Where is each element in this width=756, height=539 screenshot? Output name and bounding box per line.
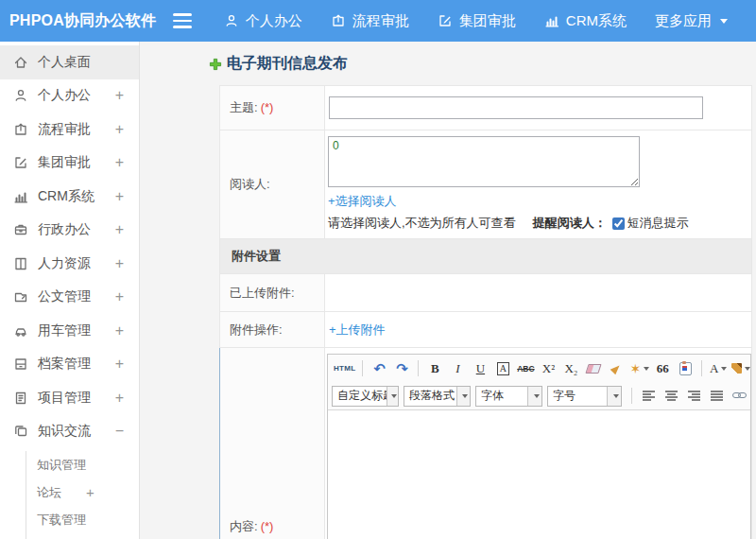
- sidebar-item-workflow-approval-label: 流程审批: [38, 121, 91, 138]
- font-size-select-dropdown-button[interactable]: [607, 387, 621, 406]
- sidebar-item-workflow-approval[interactable]: 流程审批+: [0, 113, 139, 147]
- font-size-select[interactable]: 字号: [547, 386, 622, 407]
- sidebar-subitem-forum[interactable]: 论坛+: [26, 478, 139, 506]
- content-label: 内容:: [230, 519, 258, 533]
- expand-plus-icon[interactable]: +: [115, 88, 124, 103]
- sidebar-subitem-knowledge-mgmt[interactable]: 知识管理: [26, 451, 139, 478]
- font-color-button[interactable]: A: [708, 358, 729, 378]
- menu-toggle-button[interactable]: [173, 13, 192, 28]
- chart-icon: [13, 189, 28, 204]
- undo-button[interactable]: ↶: [369, 358, 389, 378]
- align-justify-button[interactable]: [706, 386, 727, 406]
- nav-group-approval[interactable]: 集团审批: [438, 12, 516, 30]
- blockquote-button[interactable]: 66: [652, 358, 673, 378]
- bold-button[interactable]: B: [424, 358, 445, 378]
- top-header: PHPOA协同办公软件 个人办公流程审批集团审批CRM系统更多应用: [0, 0, 756, 42]
- expand-plus-icon[interactable]: +: [115, 189, 124, 204]
- page-header: 电子期刊信息发布: [140, 42, 756, 74]
- sidebar-item-project-mgmt[interactable]: 项目管理+: [0, 381, 139, 415]
- html-source-button[interactable]: HTML: [333, 358, 356, 378]
- sidebar-item-human-resources[interactable]: 人力资源+: [0, 247, 139, 281]
- editor-toolbar-row-2: 自定义标题段落格式字体字号: [328, 382, 750, 409]
- align-justify-button-icon: [711, 391, 723, 401]
- sidebar-item-vehicle-mgmt-label: 用车管理: [38, 322, 91, 339]
- upload-attachment-link[interactable]: +上传附件: [329, 322, 386, 339]
- underline-button[interactable]: U: [470, 358, 490, 378]
- expand-plus-icon[interactable]: +: [115, 222, 124, 237]
- sidebar-item-personal-office[interactable]: 个人办公+: [0, 79, 139, 113]
- paragraph-format-select-dropdown-button[interactable]: [456, 387, 470, 406]
- top-nav: 个人办公流程审批集团审批CRM系统更多应用: [224, 12, 756, 30]
- expand-plus-icon[interactable]: +: [115, 391, 124, 406]
- nav-more-apps[interactable]: 更多应用: [655, 12, 728, 30]
- align-left-button[interactable]: [638, 386, 659, 406]
- heading-style-select-value: 自定义标题: [333, 388, 387, 404]
- bold-button-glyph: B: [431, 361, 439, 376]
- highlight-color-button[interactable]: [730, 358, 750, 378]
- font-family-select-dropdown-button[interactable]: [527, 387, 541, 406]
- expand-plus-icon[interactable]: +: [115, 155, 124, 170]
- subject-input[interactable]: [329, 96, 703, 119]
- superscript-button[interactable]: X²: [538, 358, 558, 378]
- underline-button-glyph: U: [476, 361, 485, 376]
- readers-textarea[interactable]: [328, 136, 640, 187]
- sidebar-item-human-resources-label: 人力资源: [38, 255, 91, 272]
- nav-crm-system[interactable]: CRM系统: [544, 12, 627, 30]
- caret-down-icon: [613, 394, 619, 398]
- heading-style-select-dropdown-button[interactable]: [387, 387, 398, 406]
- paste-as-text-button[interactable]: [675, 358, 696, 378]
- font-family-select[interactable]: 字体: [475, 386, 542, 407]
- toolbar-separator: [701, 360, 702, 376]
- sidebar-item-vehicle-mgmt[interactable]: 用车管理+: [0, 314, 139, 348]
- expand-plus-icon[interactable]: +: [115, 256, 124, 271]
- collapse-minus-icon[interactable]: −: [115, 424, 124, 439]
- nav-group-approval-label: 集团审批: [459, 12, 516, 30]
- uploaded-attachments-label: 已上传附件:: [230, 286, 295, 300]
- undo-button-glyph: ↶: [373, 360, 386, 377]
- chart-icon: [544, 13, 559, 28]
- format-brush-button-icon: [610, 362, 623, 374]
- sidebar-subitem-download-mgmt[interactable]: 下载管理: [26, 506, 139, 533]
- paragraph-format-select-value: 段落格式: [404, 388, 456, 404]
- expand-plus-icon[interactable]: +: [115, 356, 124, 372]
- sidebar-item-document-mgmt-label: 公文管理: [38, 288, 91, 305]
- sidebar-subitem-public-file-cabinet[interactable]: 公共文件柜: [26, 533, 139, 539]
- select-readers-link[interactable]: +选择阅读人: [328, 193, 397, 210]
- sidebar-item-document-mgmt[interactable]: 公文管理+: [0, 281, 139, 315]
- format-brush-button[interactable]: [606, 358, 627, 378]
- subscript-button[interactable]: X₂: [560, 358, 581, 378]
- expand-plus-icon[interactable]: +: [115, 323, 124, 339]
- italic-button[interactable]: I: [447, 358, 468, 378]
- sidebar-item-archive-mgmt[interactable]: 档案管理+: [0, 348, 139, 382]
- sms-notify-checkbox[interactable]: [612, 217, 625, 230]
- eraser-button-icon: [586, 364, 602, 374]
- sidebar-subitem-forum-label: 论坛: [37, 484, 61, 501]
- heading-style-select[interactable]: 自定义标题: [332, 386, 399, 407]
- expand-plus-icon[interactable]: +: [115, 122, 124, 137]
- sidebar-item-admin-office[interactable]: 行政办公+: [0, 214, 139, 248]
- redo-button[interactable]: ↷: [391, 358, 412, 378]
- editor-content-area[interactable]: [328, 409, 750, 539]
- align-right-button[interactable]: [683, 386, 704, 406]
- strikethrough-button[interactable]: ABC: [515, 358, 536, 378]
- align-center-button[interactable]: [661, 386, 681, 406]
- doc-icon: [13, 289, 28, 304]
- font-border-button[interactable]: A: [492, 358, 513, 378]
- eraser-button[interactable]: [583, 358, 604, 378]
- nav-workflow-approval-label: 流程审批: [352, 12, 409, 30]
- autoformat-button[interactable]: ✶: [628, 358, 650, 378]
- expand-plus-icon[interactable]: +: [86, 484, 94, 500]
- expand-plus-icon[interactable]: +: [115, 289, 124, 304]
- caret-down-icon: [391, 394, 397, 398]
- readers-note-line: 请选择阅读人,不选为所有人可查看 提醒阅读人： 短消息提示: [328, 215, 747, 232]
- insert-link-button[interactable]: [729, 386, 749, 406]
- sidebar-item-crm-system[interactable]: CRM系统+: [0, 180, 139, 214]
- sidebar-item-knowledge-exchange[interactable]: 知识交流−: [0, 415, 139, 449]
- nav-workflow-approval[interactable]: 流程审批: [331, 12, 409, 30]
- autoformat-button-glyph: ✶: [629, 361, 641, 376]
- paragraph-format-select[interactable]: 段落格式: [404, 386, 471, 407]
- sidebar-item-personal-desktop[interactable]: 个人桌面: [0, 45, 139, 79]
- sidebar-item-group-approval[interactable]: 集团审批+: [0, 147, 139, 181]
- nav-personal-office[interactable]: 个人办公: [224, 12, 302, 30]
- font-family-select-value: 字体: [476, 388, 508, 404]
